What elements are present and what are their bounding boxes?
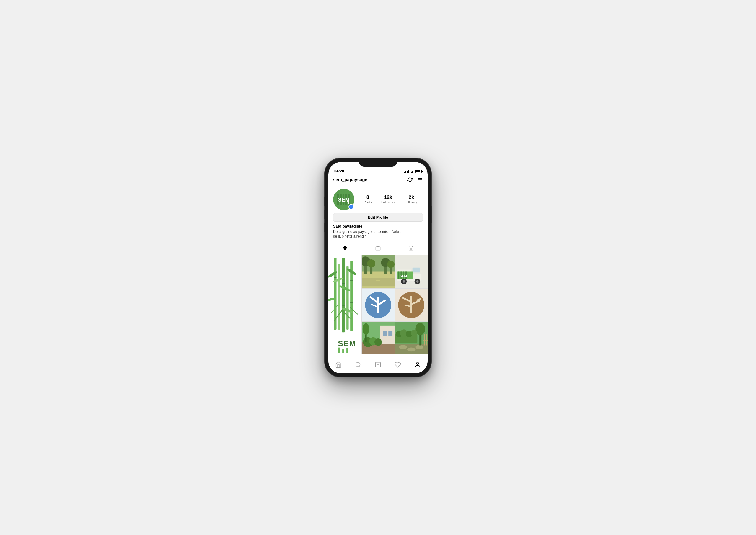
svg-rect-85 bbox=[383, 331, 387, 336]
svg-rect-39 bbox=[338, 348, 340, 353]
bio-line2: de la binette à l'engin ! bbox=[333, 234, 369, 239]
grid-tab-icon bbox=[342, 245, 348, 252]
svg-point-108 bbox=[356, 362, 360, 367]
profile-section: SEM + 8 Posts bbox=[328, 185, 428, 242]
battery-icon bbox=[415, 170, 422, 173]
search-icon bbox=[355, 361, 361, 369]
notch bbox=[359, 158, 397, 167]
svg-rect-22 bbox=[334, 277, 336, 278]
following-label: Following bbox=[405, 200, 418, 204]
svg-rect-18 bbox=[338, 264, 340, 330]
stat-following: 2k Following bbox=[405, 195, 418, 204]
profile-nav-icon bbox=[414, 361, 421, 369]
reel-tab-icon bbox=[375, 245, 381, 252]
svg-text:SEM: SEM bbox=[400, 274, 407, 278]
grid-item-sem-large[interactable]: SEM bbox=[328, 255, 361, 354]
add-icon bbox=[375, 361, 381, 369]
svg-point-65 bbox=[403, 280, 405, 283]
avatar-container: SEM + bbox=[333, 189, 354, 210]
svg-rect-26 bbox=[350, 280, 352, 281]
signal-icon bbox=[404, 170, 409, 173]
wifi-icon: ▲ bbox=[410, 170, 414, 173]
svg-point-67 bbox=[416, 280, 418, 283]
svg-rect-59 bbox=[398, 272, 399, 279]
grid-content[interactable]: SEM bbox=[328, 255, 428, 358]
svg-rect-11 bbox=[343, 246, 344, 247]
followers-label: Followers bbox=[381, 200, 395, 204]
profile-username: sem_papaysage bbox=[333, 177, 367, 182]
profile-top: SEM + 8 Posts bbox=[333, 189, 423, 210]
following-count: 2k bbox=[409, 195, 414, 200]
svg-point-89 bbox=[375, 338, 382, 346]
followers-count: 12k bbox=[384, 195, 392, 200]
stats-container: 8 Posts 12k Followers 2k Following bbox=[359, 195, 423, 204]
nav-add[interactable] bbox=[372, 359, 384, 371]
svg-point-96 bbox=[415, 345, 423, 349]
svg-rect-41 bbox=[347, 348, 348, 353]
avatar-add-button[interactable]: + bbox=[348, 204, 354, 210]
grid-item-garden-right[interactable] bbox=[395, 322, 428, 354]
posts-label: Posts bbox=[364, 200, 372, 204]
bottom-navigation bbox=[328, 358, 428, 373]
svg-rect-27 bbox=[350, 302, 352, 303]
status-time: 04:28 bbox=[334, 169, 344, 173]
svg-point-10 bbox=[348, 202, 349, 204]
stat-posts: 8 Posts bbox=[364, 195, 372, 204]
posts-grid: SEM bbox=[328, 255, 428, 354]
grid-item-brown-circle[interactable] bbox=[395, 289, 428, 321]
svg-point-91 bbox=[362, 324, 369, 335]
grid-item-van-trees[interactable] bbox=[362, 255, 395, 288]
svg-rect-24 bbox=[342, 283, 345, 284]
menu-icon[interactable] bbox=[417, 177, 423, 183]
svg-rect-53 bbox=[376, 280, 380, 281]
svg-rect-86 bbox=[388, 331, 392, 336]
svg-point-107 bbox=[411, 330, 417, 336]
svg-rect-12 bbox=[346, 246, 347, 247]
svg-rect-40 bbox=[342, 349, 344, 353]
refresh-icon[interactable] bbox=[407, 177, 413, 183]
status-icons: ▲ bbox=[404, 170, 422, 173]
stat-followers: 12k Followers bbox=[381, 195, 395, 204]
svg-rect-15 bbox=[376, 247, 380, 250]
bio-line1: De la graine au paysage, du semis à l'ar… bbox=[333, 230, 402, 234]
svg-point-48 bbox=[367, 259, 375, 268]
svg-point-113 bbox=[417, 362, 419, 364]
nav-heart[interactable] bbox=[392, 359, 404, 371]
svg-rect-57 bbox=[412, 268, 420, 273]
svg-text:SEM: SEM bbox=[338, 197, 349, 203]
nav-search[interactable] bbox=[352, 359, 364, 371]
phone-shell: 04:28 ▲ sem_ bbox=[325, 158, 431, 377]
tab-tag[interactable] bbox=[395, 242, 428, 255]
profile-bio: De la graine au paysage, du semis à l'ar… bbox=[333, 229, 423, 239]
app-header: sem_papaysage bbox=[328, 175, 428, 185]
tag-tab-icon bbox=[408, 245, 414, 252]
edit-profile-button[interactable]: Edit Profile bbox=[333, 213, 423, 222]
svg-rect-13 bbox=[343, 248, 344, 250]
header-icons bbox=[407, 177, 423, 183]
grid-item-van-decorated[interactable]: SEM bbox=[395, 255, 428, 288]
svg-text:SEM: SEM bbox=[338, 339, 356, 348]
svg-rect-101 bbox=[423, 335, 428, 336]
svg-rect-14 bbox=[346, 248, 347, 250]
svg-point-52 bbox=[387, 261, 395, 268]
content-tabs bbox=[328, 242, 428, 255]
nav-home[interactable] bbox=[333, 359, 344, 371]
phone-screen: 04:28 ▲ sem_ bbox=[328, 162, 428, 373]
svg-line-109 bbox=[359, 366, 361, 367]
heart-icon bbox=[395, 361, 401, 369]
posts-count: 8 bbox=[367, 195, 369, 200]
grid-item-garden-left[interactable] bbox=[362, 322, 395, 354]
svg-rect-20 bbox=[347, 266, 348, 330]
app-content: sem_papaysage bbox=[328, 175, 428, 373]
tab-grid[interactable] bbox=[328, 242, 361, 255]
nav-profile[interactable] bbox=[412, 359, 423, 371]
home-icon bbox=[335, 361, 342, 369]
svg-rect-19 bbox=[342, 258, 345, 332]
tab-reel[interactable] bbox=[361, 242, 395, 255]
svg-rect-25 bbox=[342, 305, 345, 306]
svg-rect-23 bbox=[334, 296, 336, 297]
svg-rect-44 bbox=[362, 278, 395, 286]
svg-point-95 bbox=[407, 348, 415, 352]
grid-item-blue-circle[interactable] bbox=[362, 289, 395, 321]
scene: 04:28 ▲ sem_ bbox=[316, 158, 440, 377]
